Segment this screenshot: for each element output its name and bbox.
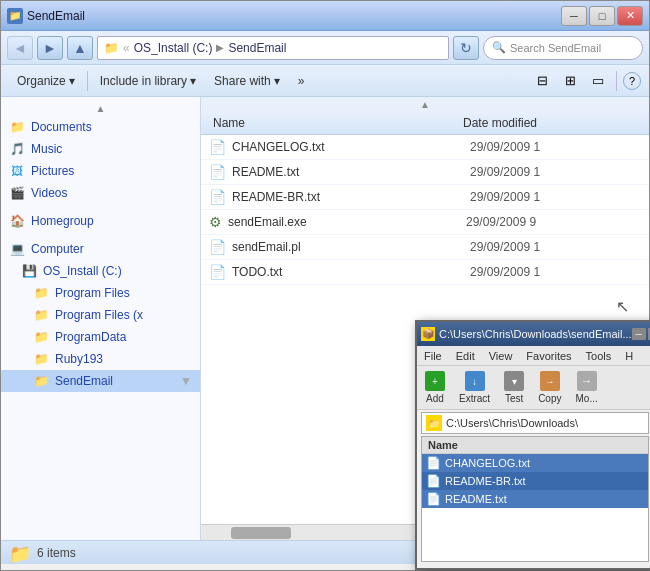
- minimize-button[interactable]: ─: [561, 6, 587, 26]
- search-bar[interactable]: 🔍 Search SendEmail: [483, 36, 643, 60]
- address-arrow: ▶: [216, 42, 224, 53]
- winrar-toolbar: + Add ↓ Extract ▾ Test → Copy → Mo...: [417, 366, 650, 410]
- sidebar-item-computer[interactable]: 💻 Computer: [1, 238, 200, 260]
- file-item-readme[interactable]: 📄 README.txt 29/09/2009 1: [201, 160, 649, 185]
- winrar-extract-button[interactable]: ↓ Extract: [455, 369, 494, 406]
- computer-icon: 💻: [9, 241, 25, 257]
- file-list-header: Name Date modified: [201, 112, 649, 135]
- file-icon-readme-br: 📄: [209, 188, 226, 206]
- winrar-file-item-readme[interactable]: 📄 README.txt: [422, 490, 648, 508]
- winrar-menu-view[interactable]: View: [486, 350, 516, 362]
- sidebar-item-videos[interactable]: 🎬 Videos: [1, 182, 200, 204]
- view-preview-button[interactable]: ▭: [586, 70, 610, 92]
- sidebar-item-documents[interactable]: 📁 Documents: [1, 116, 200, 138]
- sidebar-item-pictures[interactable]: 🖼 Pictures: [1, 160, 200, 182]
- address-path: OS_Install (C:): [134, 41, 213, 55]
- toolbar-right: ⊟ ⊞ ▭ ?: [530, 70, 641, 92]
- sidebar-item-os-install[interactable]: 💾 OS_Install (C:): [1, 260, 200, 282]
- winrar-file-item-readme-br[interactable]: 📄 README-BR.txt: [422, 472, 648, 490]
- view-details-button[interactable]: ⊟: [530, 70, 554, 92]
- file-list-scroll-up[interactable]: ▲: [201, 97, 649, 112]
- sidebar-item-sendemail[interactable]: 📁 SendEmail ▼: [1, 370, 200, 392]
- add-icon: +: [425, 371, 445, 391]
- winrar-copy-button[interactable]: → Copy: [534, 369, 565, 406]
- toolbar-separator-1: [87, 71, 88, 91]
- winrar-file-item-changelog[interactable]: 📄 CHANGELOG.txt: [422, 454, 648, 472]
- share-with-button[interactable]: Share with ▾: [206, 68, 288, 94]
- maximize-button[interactable]: □: [589, 6, 615, 26]
- column-header-name[interactable]: Name: [209, 116, 459, 130]
- organize-button[interactable]: Organize ▾: [9, 68, 83, 94]
- winrar-minimize[interactable]: ─: [632, 328, 646, 340]
- sidebar-label-program-files: Program Files: [55, 286, 130, 300]
- sidebar-label-documents: Documents: [31, 120, 92, 134]
- column-header-date[interactable]: Date modified: [459, 116, 639, 130]
- copy-label: Copy: [538, 393, 561, 404]
- winrar-test-button[interactable]: ▾ Test: [500, 369, 528, 406]
- winrar-menubar: File Edit View Favorites Tools H: [417, 346, 650, 366]
- videos-icon: 🎬: [9, 185, 25, 201]
- extract-icon: ↓: [465, 371, 485, 391]
- file-item-changelog[interactable]: 📄 CHANGELOG.txt 29/09/2009 1: [201, 135, 649, 160]
- file-item-readme-br[interactable]: 📄 README-BR.txt 29/09/2009 1: [201, 185, 649, 210]
- sidebar-item-program-files-x[interactable]: 📁 Program Files (x: [1, 304, 200, 326]
- program-files-x-icon: 📁: [33, 307, 49, 323]
- more-icon: →: [577, 371, 597, 391]
- winrar-add-button[interactable]: + Add: [421, 369, 449, 406]
- test-label: Test: [505, 393, 523, 404]
- winrar-menu-tools[interactable]: Tools: [583, 350, 615, 362]
- mouse-cursor: ↖: [616, 297, 629, 316]
- file-date-readme: 29/09/2009 1: [470, 165, 649, 179]
- back-button[interactable]: ◄: [7, 36, 33, 60]
- sidebar-scroll-up[interactable]: ▲: [1, 101, 200, 116]
- test-icon: ▾: [504, 371, 524, 391]
- organize-dropdown-icon: ▾: [69, 74, 75, 88]
- sidebar-item-program-files[interactable]: 📁 Program Files: [1, 282, 200, 304]
- help-button[interactable]: ?: [623, 72, 641, 90]
- up-button[interactable]: ▲: [67, 36, 93, 60]
- sidebar-label-music: Music: [31, 142, 62, 156]
- nav-bar: ◄ ► ▲ 📁 « OS_Install (C:) ▶ SendEmail ↻ …: [1, 31, 649, 65]
- sidebar-item-ruby193[interactable]: 📁 Ruby193: [1, 348, 200, 370]
- include-library-dropdown-icon: ▾: [190, 74, 196, 88]
- winrar-address-bar[interactable]: 📁 C:\Users\Chris\Downloads\: [421, 412, 649, 434]
- winrar-more-button[interactable]: → Mo...: [571, 369, 601, 406]
- address-current: SendEmail: [228, 41, 286, 55]
- file-date-sendemail-pl: 29/09/2009 1: [470, 240, 649, 254]
- window-icon: 📁: [7, 8, 23, 24]
- sidebar-item-music[interactable]: 🎵 Music: [1, 138, 200, 160]
- search-icon: 🔍: [492, 41, 506, 54]
- more-toolbar-button[interactable]: »: [290, 68, 313, 94]
- view-icons-button[interactable]: ⊞: [558, 70, 582, 92]
- copy-icon: →: [540, 371, 560, 391]
- refresh-button[interactable]: ↻: [453, 36, 479, 60]
- hscroll-thumb[interactable]: [231, 527, 291, 539]
- title-bar-controls: ─ □ ✕: [561, 6, 643, 26]
- file-name-sendemail-pl: sendEmail.pl: [232, 240, 464, 254]
- sidebar-label-program-files-x: Program Files (x: [55, 308, 143, 322]
- forward-button[interactable]: ►: [37, 36, 63, 60]
- winrar-title-bar: 📦 C:\Users\Chris\Downloads\sendEmail... …: [417, 322, 650, 346]
- file-item-todo[interactable]: 📄 TODO.txt 29/09/2009 1: [201, 260, 649, 285]
- file-name-changelog: CHANGELOG.txt: [232, 140, 464, 154]
- address-separator: «: [123, 41, 130, 55]
- file-item-sendemail-pl[interactable]: 📄 sendEmail.pl 29/09/2009 1: [201, 235, 649, 260]
- sidebar-sendemail-scroll: ▼: [180, 374, 192, 388]
- file-name-readme-br: README-BR.txt: [232, 190, 464, 204]
- file-date-changelog: 29/09/2009 1: [470, 140, 649, 154]
- address-bar[interactable]: 📁 « OS_Install (C:) ▶ SendEmail: [97, 36, 449, 60]
- include-library-button[interactable]: Include in library ▾: [92, 68, 204, 94]
- winrar-file-icon-readme: 📄: [426, 492, 441, 506]
- winrar-menu-favorites[interactable]: Favorites: [523, 350, 574, 362]
- address-icon: 📁: [104, 41, 119, 55]
- winrar-menu-file[interactable]: File: [421, 350, 445, 362]
- winrar-menu-help[interactable]: H: [622, 350, 636, 362]
- sidebar-item-programdata[interactable]: 📁 ProgramData: [1, 326, 200, 348]
- sidebar-item-homegroup[interactable]: 🏠 Homegroup: [1, 210, 200, 232]
- winrar-menu-edit[interactable]: Edit: [453, 350, 478, 362]
- add-label: Add: [426, 393, 444, 404]
- close-button[interactable]: ✕: [617, 6, 643, 26]
- sidebar-label-os-install: OS_Install (C:): [43, 264, 122, 278]
- file-item-sendemail-exe[interactable]: ⚙ sendEmail.exe 29/09/2009 9: [201, 210, 649, 235]
- more-label: Mo...: [575, 393, 597, 404]
